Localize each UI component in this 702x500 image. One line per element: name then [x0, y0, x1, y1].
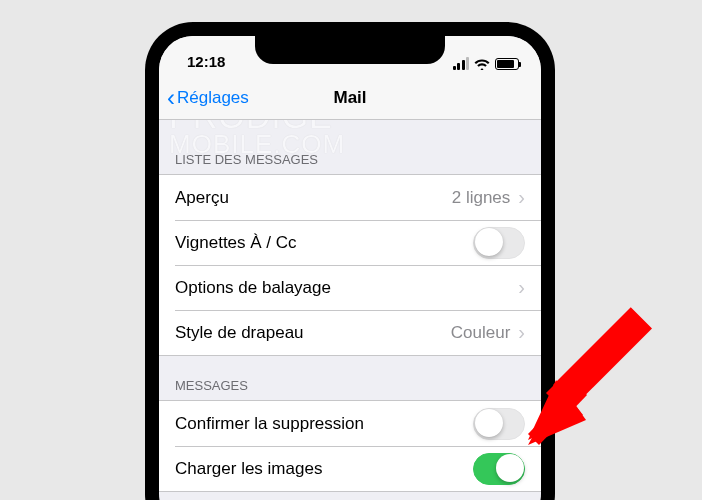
- row-vignettes[interactable]: Vignettes À / Cc: [159, 220, 541, 265]
- chevron-left-icon: ‹: [167, 86, 175, 110]
- wifi-icon: [474, 58, 490, 70]
- row-label: Confirmer la suppression: [175, 414, 473, 434]
- status-indicators: [453, 57, 520, 72]
- row-charger[interactable]: Charger les images: [159, 446, 541, 491]
- battery-icon: [495, 58, 519, 70]
- group-messages: Confirmer la suppression Charger les ima…: [159, 400, 541, 492]
- row-label: Style de drapeau: [175, 323, 451, 343]
- row-label: Charger les images: [175, 459, 473, 479]
- back-label: Réglages: [177, 88, 249, 108]
- svg-rect-2: [546, 308, 651, 413]
- notch: [255, 36, 445, 64]
- chevron-right-icon: ›: [518, 321, 525, 344]
- row-detail: Couleur: [451, 323, 511, 343]
- watermark-line2: MOBILE.COM: [169, 132, 345, 157]
- row-label: Options de balayage: [175, 278, 518, 298]
- row-label: Vignettes À / Cc: [175, 233, 473, 253]
- toggle-vignettes[interactable]: [473, 227, 525, 259]
- group-messages-list: Aperçu 2 lignes › Vignettes À / Cc Optio…: [159, 174, 541, 356]
- cellular-signal-icon: [453, 57, 470, 70]
- section-header-messages: MESSAGES: [159, 356, 541, 400]
- row-detail: 2 lignes: [452, 188, 511, 208]
- screen: 12:18 ‹ Réglages Mail PRODIGE MOBILE.COM: [159, 36, 541, 500]
- row-confirmer[interactable]: Confirmer la suppression: [159, 401, 541, 446]
- row-label: Aperçu: [175, 188, 452, 208]
- row-apercu[interactable]: Aperçu 2 lignes ›: [159, 175, 541, 220]
- back-button[interactable]: ‹ Réglages: [167, 86, 249, 110]
- phone-frame: 12:18 ‹ Réglages Mail PRODIGE MOBILE.COM: [145, 22, 555, 500]
- chevron-right-icon: ›: [518, 186, 525, 209]
- row-drapeau[interactable]: Style de drapeau Couleur ›: [159, 310, 541, 355]
- svg-rect-4: [553, 307, 652, 406]
- status-time: 12:18: [187, 53, 225, 72]
- row-balayage[interactable]: Options de balayage ›: [159, 265, 541, 310]
- navigation-bar: ‹ Réglages Mail: [159, 76, 541, 120]
- toggle-charger[interactable]: [473, 453, 525, 485]
- toggle-confirmer[interactable]: [473, 408, 525, 440]
- chevron-right-icon: ›: [518, 276, 525, 299]
